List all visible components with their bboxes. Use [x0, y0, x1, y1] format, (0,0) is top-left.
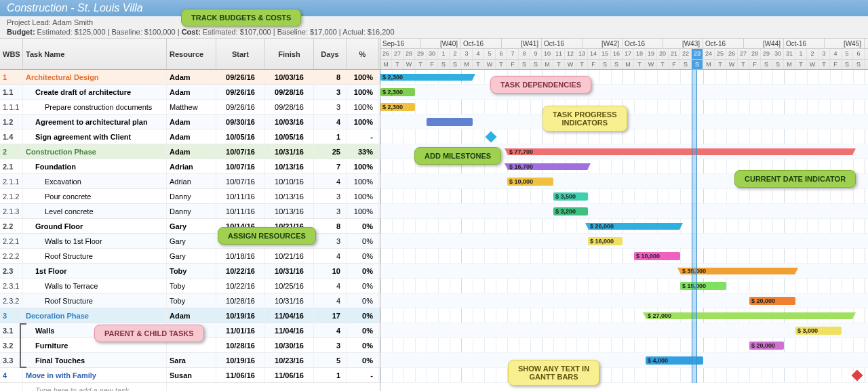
gantt-row[interactable] [380, 368, 868, 383]
gantt-bar[interactable]: $ 3,200 [553, 207, 588, 215]
gantt-row[interactable]: $ 27,000 [380, 308, 868, 323]
cell-resource[interactable]: Adrian [167, 174, 216, 188]
task-row[interactable]: 1.1Create draft of architectureAdam09/26… [0, 85, 380, 100]
task-row[interactable]: 2.3.2Roof StructureToby10/28/1610/31/164… [0, 293, 380, 308]
col-days[interactable]: Days [314, 39, 347, 69]
cell-task[interactable]: Ground Floor [23, 219, 167, 233]
cell-resource[interactable]: Danny [167, 189, 216, 203]
cell-start[interactable]: 10/07/16 [216, 144, 265, 159]
cell-task[interactable]: Walls to Terrace [23, 279, 167, 293]
cell-pct[interactable]: 33% [347, 144, 379, 159]
task-row[interactable]: 2.1FoundationAdrian10/07/1610/13/167100% [0, 159, 380, 174]
cell-wbs[interactable]: 2.1.2 [0, 189, 23, 203]
cell-pct[interactable]: 100% [347, 115, 379, 129]
cell-task[interactable]: Roof Structure [23, 293, 167, 308]
cell-pct[interactable]: 0% [347, 279, 379, 293]
cell-task[interactable]: Move in with Family [23, 368, 167, 382]
cell-pct[interactable]: 0% [347, 353, 379, 367]
col-start[interactable]: Start [216, 39, 265, 69]
cell-days[interactable]: 4 [314, 279, 347, 293]
task-row[interactable]: 2Construction PhaseAdam10/07/1610/31/162… [0, 144, 380, 159]
cell-days[interactable]: 4 [314, 249, 347, 263]
cell-days[interactable]: 4 [314, 293, 347, 308]
gantt-bar[interactable]: $ 77,700 [507, 148, 853, 155]
cell-days[interactable]: 3 [314, 100, 347, 114]
cell-days[interactable]: 4 [314, 115, 347, 129]
cell-resource[interactable]: Gary [167, 249, 216, 263]
gantt-row[interactable] [380, 129, 868, 144]
cell-wbs[interactable]: 1 [0, 70, 23, 84]
cell-pct[interactable]: - [347, 368, 379, 382]
cell-pct[interactable]: 0% [347, 308, 379, 323]
cell-task[interactable]: Walls to 1st Floor [23, 234, 167, 248]
gantt-row[interactable]: $ 20,000 [380, 338, 868, 353]
task-row[interactable]: 2.2.1Walls to 1st FloorGary30% [0, 234, 380, 249]
cell-finish[interactable]: 09/28/16 [265, 85, 314, 99]
cell-start[interactable]: 09/30/16 [216, 115, 265, 129]
gantt-row[interactable]: $ 10,000 [380, 249, 868, 264]
gantt-row[interactable]: $ 26,000 [380, 219, 868, 234]
task-row[interactable]: 3.3Final TouchesSara10/19/1610/23/1650% [0, 353, 380, 368]
cell-wbs[interactable]: 2.1 [0, 159, 23, 173]
cell-wbs[interactable]: 2.1.1 [0, 174, 23, 188]
cell-resource[interactable]: Matthew [167, 100, 216, 114]
gantt-bar[interactable]: $ 27,000 [646, 312, 853, 319]
gantt-bar[interactable]: $ 26,000 [588, 223, 680, 230]
cell-days[interactable]: 1 [314, 129, 347, 144]
cell-days[interactable]: 3 [314, 234, 347, 248]
cell-pct[interactable]: 100% [347, 100, 379, 114]
gantt-bar[interactable]: $ 3,000 [795, 327, 842, 335]
cell-finish[interactable]: 10/25/16 [265, 279, 314, 293]
cell-start[interactable]: 10/28/16 [216, 293, 265, 308]
cell-task[interactable]: Create draft of architecture [23, 85, 167, 99]
cell-resource[interactable]: Danny [167, 204, 216, 218]
cell-start[interactable]: 10/11/16 [216, 204, 265, 218]
task-row[interactable]: 2.31st FloorToby10/22/1610/31/16100% [0, 264, 380, 279]
cell-start[interactable]: 11/06/16 [216, 368, 265, 382]
cell-pct[interactable]: 0% [347, 219, 379, 233]
gantt-row[interactable]: $ 15,000 [380, 279, 868, 293]
task-row[interactable]: 3Decoration PhaseAdam10/19/1611/04/16170… [0, 308, 380, 323]
cell-finish[interactable]: 10/05/16 [265, 129, 314, 144]
cell-resource[interactable]: Adrian [167, 159, 216, 173]
cell-finish[interactable]: 09/28/16 [265, 100, 314, 114]
cell-days[interactable]: 4 [314, 323, 347, 337]
cell-task[interactable]: Prepare construction documents [23, 100, 167, 114]
cell-finish[interactable]: 10/31/16 [265, 144, 314, 159]
cell-wbs[interactable]: 2.2 [0, 219, 23, 233]
task-row[interactable]: 1.1.1Prepare construction documentsMatth… [0, 100, 380, 115]
cell-finish[interactable]: 10/21/16 [265, 249, 314, 263]
cell-wbs[interactable]: 2.3.1 [0, 279, 23, 293]
cell-pct[interactable]: 100% [347, 174, 379, 188]
gantt-bar[interactable]: $ 15,000 [680, 282, 726, 290]
cell-pct[interactable]: 100% [347, 70, 379, 84]
cell-start[interactable]: 10/28/16 [216, 338, 265, 352]
cell-finish[interactable]: 10/13/16 [265, 159, 314, 173]
cell-pct[interactable]: 0% [347, 249, 379, 263]
cell-resource[interactable]: Adam [167, 129, 216, 144]
cell-pct[interactable]: 100% [347, 85, 379, 99]
gantt-row[interactable]: $ 2,300 [380, 85, 868, 100]
gantt-bar[interactable]: $ 20,000 [749, 342, 784, 350]
cell-task[interactable]: Final Touches [23, 353, 167, 367]
cell-days[interactable]: 17 [314, 308, 347, 323]
cell-pct[interactable]: 100% [347, 204, 379, 218]
cell-wbs[interactable]: 1.2 [0, 115, 23, 129]
cell-resource[interactable]: Toby [167, 293, 216, 308]
gantt-row[interactable]: $ 3,500 [380, 189, 868, 204]
cell-task[interactable]: Architectural Design [23, 70, 167, 84]
cell-days[interactable]: 1 [314, 368, 347, 382]
cell-task[interactable]: Decoration Phase [23, 308, 167, 323]
gantt-row[interactable]: $ 2,300 [380, 70, 868, 85]
gantt-bar[interactable]: $ 3,500 [553, 192, 588, 201]
col-task[interactable]: Task Name [23, 39, 167, 69]
cell-task[interactable]: Sign agreement with Client [23, 129, 167, 144]
cell-wbs[interactable]: 1.1.1 [0, 100, 23, 114]
grid-body[interactable]: 1Architectural DesignAdam09/26/1610/03/1… [0, 70, 380, 391]
cell-pct[interactable]: 0% [347, 234, 379, 248]
col-res[interactable]: Resource [167, 39, 216, 69]
cell-task[interactable]: Foundation [23, 159, 167, 173]
cell-days[interactable]: 4 [314, 174, 347, 188]
cell-task[interactable]: Pour concrete [23, 189, 167, 203]
cell-resource[interactable]: Adam [167, 85, 216, 99]
